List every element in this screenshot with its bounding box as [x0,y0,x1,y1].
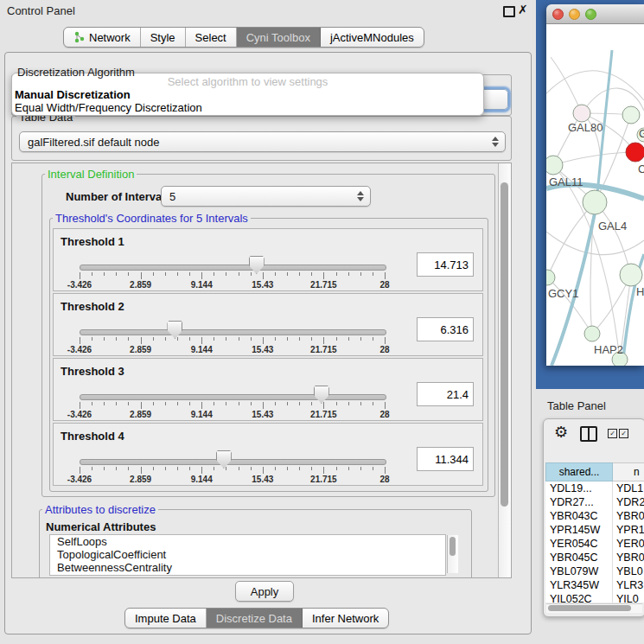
slider-tick [201,337,202,344]
network-node[interactable] [620,264,642,286]
slider-tick [177,402,178,405]
slider-tick [80,272,80,279]
slider-tick [226,467,226,470]
threshold-value-field[interactable]: 6.316 [417,317,474,341]
tab-discretize-data[interactable]: Discretize Data [207,609,303,628]
network-node-label: GAL4 [598,220,627,233]
slider-track[interactable] [80,459,386,465]
threshold-value-field[interactable]: 11.344 [417,447,474,471]
gear-icon[interactable]: ⚙ [554,423,568,442]
slider-thumb[interactable] [216,450,232,469]
threshold-value-field[interactable]: 14.713 [417,252,474,277]
cell-shared-name: YPR145W [545,523,613,537]
slider-tick [348,467,349,470]
split-columns-icon[interactable] [580,426,597,442]
table-row[interactable]: YBR043CYBR0 [545,509,644,523]
algorithm-option-manual[interactable]: Manual Discretization [15,88,131,101]
network-node[interactable] [583,190,607,214]
network-node[interactable] [626,143,644,162]
threshold-title: Threshold 4 [61,430,124,443]
float-window-icon[interactable] [503,6,515,17]
table-row[interactable]: YER054CYER0 [545,537,644,551]
tab-cyni-toolbox[interactable]: Cyni Toolbox [237,28,321,47]
slider-tick [323,337,324,344]
slider-tick [189,272,190,276]
threshold-card-3: Threshold 3-3.4262.8599.14415.4321.71528… [53,358,483,421]
apply-button-label: Apply [251,585,279,598]
network-node[interactable] [622,106,640,124]
slider-tick-label: 21.715 [310,280,337,290]
network-node[interactable] [573,105,590,122]
slider-thumb[interactable] [314,386,329,404]
attributes-group-label: Attributes to discretize [42,503,158,516]
mac-close-icon[interactable] [552,9,564,20]
checkbox-icon[interactable]: ✓ [619,429,628,438]
table-row[interactable]: YBL079WYBL0 [545,564,644,578]
tab-label: Style [150,31,175,44]
slider-tick [80,467,80,474]
settings-vertical-scrollbar[interactable] [498,163,512,577]
close-icon[interactable]: ✗ [518,3,528,16]
numerical-attributes-list[interactable]: SelfLoopsTopologicalCoefficientBetweenne… [49,534,446,576]
slider-tick [373,337,373,341]
slider-tick-label: 21.715 [310,345,337,354]
table-row[interactable]: YIL052CYIL0 [545,592,644,603]
attribute-list-item[interactable]: TopologicalCoefficient [50,548,445,561]
slider-thumb[interactable] [167,321,182,339]
discretization-group-label: Discretization Algorithm [17,66,135,79]
tab-select[interactable]: Select [186,28,237,47]
table-row[interactable]: YPR145WYPR1 [545,523,644,537]
top-tab-bar: NetworkStyleSelectCyni ToolboxjActiveMNo… [63,27,424,48]
tab-style[interactable]: Style [141,28,186,47]
threshold-card-2: Threshold 2-3.4262.8599.14415.4321.71528… [53,293,483,356]
attributes-list-scrollbar[interactable] [447,535,458,573]
tab-impute-data[interactable]: Impute Data [125,609,207,628]
slider-track[interactable] [80,394,386,400]
slider-track[interactable] [80,329,386,335]
mac-zoom-icon[interactable] [585,9,596,20]
column-header-shared-name[interactable]: shared... [545,462,613,481]
network-node[interactable] [584,326,600,341]
tab-infer-network[interactable]: Infer Network [303,609,388,628]
slider-track[interactable] [80,265,386,271]
slider-tick [263,467,264,474]
threshold-title: Threshold 3 [61,365,124,378]
cell-name: YBR0 [613,551,644,564]
network-canvas[interactable]: GAL80GAGAL11CGAL4GCY1HHAP2 [546,24,644,366]
number-of-intervals-combobox[interactable]: 5 [161,186,371,207]
slider-tick [287,337,288,341]
screenshot-root: Control Panel ✗ NetworkStyleSelectCyni T… [0,0,644,644]
network-node[interactable] [546,156,563,175]
tab-network[interactable]: Network [64,28,141,47]
slider-tick-label: 2.859 [130,280,151,290]
slider-tick [239,272,239,276]
slider-tick [165,337,166,341]
slider-tick [141,467,142,474]
table-row[interactable]: YDR27...YDR2 [545,495,644,509]
checkbox-icon[interactable]: ✓ [608,429,617,438]
slider-tick [92,337,92,341]
network-node[interactable] [546,270,555,285]
threshold-value-field[interactable]: 21.4 [417,382,474,406]
table-row[interactable]: YBR045CYBR0 [545,551,644,564]
slider-tick-label: 15.43 [252,410,273,419]
column-header-name[interactable]: n [613,462,644,481]
tab-jactivemnodules[interactable]: jActiveMNodules [321,28,424,47]
table-data-combobox[interactable]: galFiltered.sif default node [19,131,506,152]
algorithm-option-equal-width[interactable]: Equal Width/Frequency Discretization [15,101,202,114]
attribute-list-item[interactable]: SelfLoops [50,535,445,548]
apply-button[interactable]: Apply [235,581,294,602]
algorithm-popup: Select algorithm to view settings Manual… [11,73,484,116]
number-of-intervals-value: 5 [169,190,175,203]
slider-tick-label: 9.144 [191,345,213,354]
slider-thumb[interactable] [249,256,265,274]
table-row[interactable]: YDL19...YDL1 [545,481,644,495]
threshold-card-4: Threshold 4-3.4262.8599.14415.4321.71528… [53,423,483,486]
mac-minimize-icon[interactable] [569,9,580,20]
network-window-titlebar[interactable] [546,4,644,24]
table-row[interactable]: YLR345WYLR3 [545,578,644,592]
table-horizontal-scrollbar[interactable] [546,603,642,613]
attribute-list-item[interactable]: BetweennessCentrality [50,561,445,574]
slider-tick [141,337,142,344]
slider-tick-label: 2.859 [130,345,151,354]
